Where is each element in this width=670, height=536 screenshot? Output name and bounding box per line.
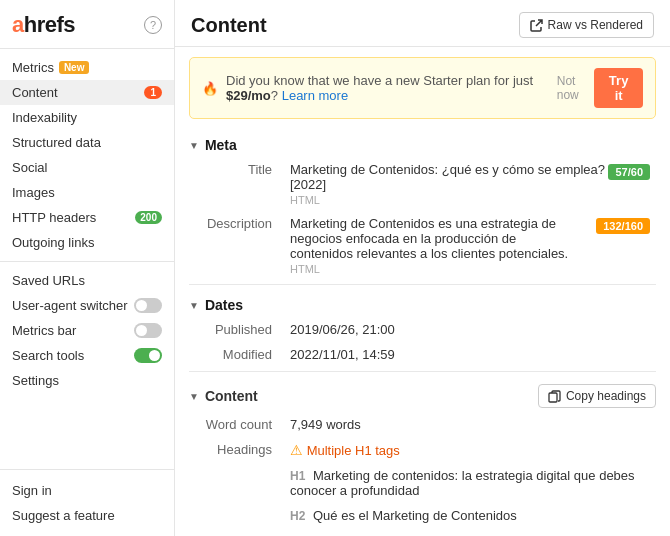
desc-value-cell: Marketing de Contenidos es una estrategi… <box>284 211 656 280</box>
h2-tag: H2 <box>290 509 305 523</box>
desc-row: Description Marketing de Contenidos es u… <box>189 211 656 280</box>
svg-rect-0 <box>549 393 557 402</box>
modified-value: 2022/11/01, 14:59 <box>284 342 656 367</box>
content-section-header[interactable]: ▼ Content <box>189 388 258 404</box>
word-count-row: Word count 7,949 words <box>189 412 656 437</box>
sidebar-item-sign-in[interactable]: Sign in <box>0 478 174 503</box>
dates-section-header[interactable]: ▼ Dates <box>189 289 656 317</box>
content-section-title: Content <box>205 388 258 404</box>
banner-left: 🔥 Did you know that we have a new Starte… <box>202 73 557 103</box>
headings-label: Headings <box>189 437 284 463</box>
sidebar-item-indexability[interactable]: Indexability <box>0 105 174 130</box>
published-value: 2019/06/26, 21:00 <box>284 317 656 342</box>
content-section-header-row: ▼ Content Copy headings <box>189 376 656 412</box>
word-count-value: 7,949 words <box>284 412 656 437</box>
main-panel: Content Raw vs Rendered 🔥 Did you know t… <box>175 0 670 536</box>
sidebar-item-images[interactable]: Images <box>0 180 174 205</box>
user-agent-toggle[interactable] <box>134 298 162 313</box>
desc-text: Marketing de Contenidos es una estrategi… <box>290 216 580 261</box>
new-badge: New <box>59 61 90 74</box>
dates-arrow-icon: ▼ <box>189 300 199 311</box>
meta-section-title: Meta <box>205 137 237 153</box>
h1-tag: H1 <box>290 469 305 483</box>
banner-price: $29/mo <box>226 88 271 103</box>
not-now-button[interactable]: Not now <box>557 74 586 102</box>
meta-section: ▼ Meta Title Marketing de Contenidos: ¿q… <box>189 129 656 280</box>
content-table: Word count 7,949 words Headings ⚠ Multip… <box>189 412 656 528</box>
sidebar-item-metrics[interactable]: Metrics New <box>0 55 174 80</box>
sidebar-item-label: Suggest a feature <box>12 508 115 523</box>
http-badge: 200 <box>135 211 162 224</box>
sidebar-item-label: Search tools <box>12 348 84 363</box>
desc-count-badge: 132/160 <box>596 218 650 234</box>
sidebar-item-label: Structured data <box>12 135 101 150</box>
try-it-button[interactable]: Try it <box>594 68 643 108</box>
headings-value-cell: ⚠ Multiple H1 tags <box>284 437 656 463</box>
sidebar-item-http-headers[interactable]: HTTP headers 200 <box>0 205 174 230</box>
main-header: Content Raw vs Rendered <box>175 0 670 47</box>
sidebar-item-label: Settings <box>12 373 59 388</box>
sidebar: ahrefs ? Metrics New Content 1 Indexabil… <box>0 0 175 536</box>
sidebar-item-structured-data[interactable]: Structured data <box>0 130 174 155</box>
h2-row: H2 Qué es el Marketing de Contenidos <box>189 503 656 528</box>
sidebar-item-metrics-bar[interactable]: Metrics bar <box>0 318 174 343</box>
h1-row: H1 Marketing de contenidos: la estrategi… <box>189 463 656 503</box>
sidebar-item-outgoing-links[interactable]: Outgoing links <box>0 230 174 255</box>
dates-section-title: Dates <box>205 297 243 313</box>
banner-right: Not now Try it <box>557 68 643 108</box>
sidebar-item-label: Indexability <box>12 110 77 125</box>
sidebar-item-label: Social <box>12 160 47 175</box>
published-label: Published <box>189 317 284 342</box>
dates-section: ▼ Dates Published 2019/06/26, 21:00 Modi… <box>189 289 656 367</box>
sidebar-item-label: Metrics bar <box>12 323 76 338</box>
banner-text: Did you know that we have a new Starter … <box>226 73 557 103</box>
content-area: ▼ Meta Title Marketing de Contenidos: ¿q… <box>175 129 670 536</box>
copy-icon <box>548 390 561 403</box>
warning-icon: ⚠ <box>290 442 303 458</box>
sidebar-item-label: Saved URLs <box>12 273 85 288</box>
sidebar-item-content[interactable]: Content 1 <box>0 80 174 105</box>
raw-vs-rendered-button[interactable]: Raw vs Rendered <box>519 12 654 38</box>
modified-label: Modified <box>189 342 284 367</box>
sidebar-item-saved-urls[interactable]: Saved URLs <box>0 268 174 293</box>
published-row: Published 2019/06/26, 21:00 <box>189 317 656 342</box>
help-icon[interactable]: ? <box>144 16 162 34</box>
sidebar-item-label: Metrics <box>12 60 54 75</box>
external-link-icon <box>530 19 543 32</box>
promo-banner: 🔥 Did you know that we have a new Starte… <box>189 57 656 119</box>
sidebar-item-user-agent[interactable]: User-agent switcher <box>0 293 174 318</box>
content-section: ▼ Content Copy headings Word count 7,949… <box>189 376 656 528</box>
sidebar-item-social[interactable]: Social <box>0 155 174 180</box>
meta-arrow-icon: ▼ <box>189 140 199 151</box>
title-sub-label: HTML <box>290 194 650 206</box>
learn-more-link[interactable]: Learn more <box>282 88 348 103</box>
content-badge: 1 <box>144 86 162 99</box>
logo: ahrefs <box>12 12 75 38</box>
metrics-bar-toggle[interactable] <box>134 323 162 338</box>
headings-row: Headings ⚠ Multiple H1 tags <box>189 437 656 463</box>
title-count-badge: 57/60 <box>608 164 650 180</box>
sidebar-item-label: Images <box>12 185 55 200</box>
h1-text: Marketing de contenidos: la estrategia d… <box>290 468 635 498</box>
title-row: Title Marketing de Contenidos: ¿qué es y… <box>189 157 656 211</box>
dates-table: Published 2019/06/26, 21:00 Modified 202… <box>189 317 656 367</box>
copy-headings-button[interactable]: Copy headings <box>538 384 656 408</box>
search-tools-toggle[interactable] <box>134 348 162 363</box>
sidebar-item-label: HTTP headers <box>12 210 96 225</box>
content-arrow-icon: ▼ <box>189 391 199 402</box>
sidebar-item-label: Outgoing links <box>12 235 94 250</box>
sidebar-header: ahrefs ? <box>0 0 174 49</box>
word-count-label: Word count <box>189 412 284 437</box>
title-label: Title <box>189 157 284 211</box>
modified-row: Modified 2022/11/01, 14:59 <box>189 342 656 367</box>
page-title: Content <box>191 14 267 37</box>
meta-section-header[interactable]: ▼ Meta <box>189 129 656 157</box>
desc-label: Description <box>189 211 284 280</box>
sidebar-item-suggest[interactable]: Suggest a feature <box>0 503 174 528</box>
sidebar-item-search-tools[interactable]: Search tools <box>0 343 174 368</box>
sidebar-bottom: Sign in Suggest a feature <box>0 469 174 536</box>
meta-table: Title Marketing de Contenidos: ¿qué es y… <box>189 157 656 280</box>
sidebar-item-label: Sign in <box>12 483 52 498</box>
sidebar-item-label: Content <box>12 85 58 100</box>
sidebar-item-settings[interactable]: Settings <box>0 368 174 393</box>
